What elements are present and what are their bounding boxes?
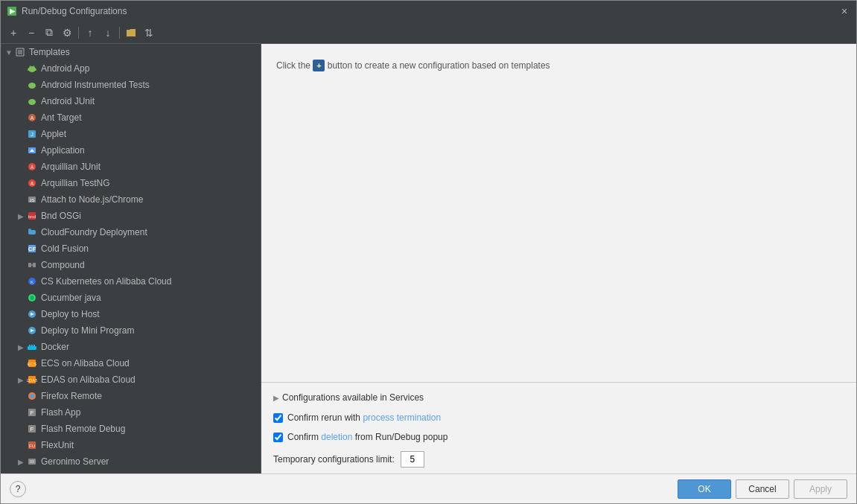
svg-text:A: A — [31, 165, 34, 170]
tree-item-cs-kubernetes[interactable]: K CS Kubernetes on Alibaba Cloud — [1, 273, 261, 290]
flexunit-icon: FU — [26, 439, 38, 451]
templates-label: Templates — [29, 47, 70, 57]
configurations-arrow-icon: ▶ — [273, 394, 279, 402]
confirm-deletion-row: Confirm deletion from Run/Debug popup — [273, 429, 844, 445]
android-junit-icon — [26, 95, 38, 107]
tree-item-arquillian-junit[interactable]: A Arquillian JUnit — [1, 159, 261, 175]
docker-expand-icon[interactable]: ▶ — [16, 343, 26, 351]
confirm-deletion-checkbox[interactable] — [273, 433, 283, 442]
arquillian-junit-icon: A — [26, 161, 38, 173]
tree-item-cucumber-java[interactable]: Cucumber java — [1, 290, 261, 306]
confirm-rerun-checkbox[interactable] — [273, 413, 283, 423]
svg-rect-33 — [28, 263, 31, 267]
flash-app-label: Flash App — [41, 407, 80, 418]
svg-rect-44 — [29, 345, 31, 346]
tree-item-deploy-mini-program[interactable]: Deploy to Mini Program — [1, 322, 261, 339]
apply-button[interactable]: Apply — [794, 479, 847, 499]
add-config-button[interactable]: + — [5, 25, 22, 41]
flash-remote-debug-icon: F — [26, 423, 38, 435]
move-up-button[interactable]: ↑ — [82, 25, 98, 41]
ecs-alibaba-icon: ECS — [26, 357, 38, 369]
svg-text:ECS: ECS — [28, 362, 36, 366]
tree-item-firefox-remote[interactable]: Firefox Remote — [1, 388, 261, 404]
bottom-section: ▶ Configurations available in Services C… — [261, 382, 856, 473]
android-instrumented-icon — [26, 79, 38, 91]
bnd-osgi-label: Bnd OSGi — [41, 211, 81, 221]
settings-button[interactable]: ⚙ — [59, 25, 75, 41]
cloudfoundry-label: CloudFoundry Deployment — [41, 227, 147, 237]
svg-text:CF: CF — [28, 246, 36, 252]
tree-item-arquillian-testng[interactable]: A Arquillian TestNG — [1, 175, 261, 191]
tree-item-application[interactable]: Application — [1, 142, 261, 159]
tree-item-cloudfoundry[interactable]: CloudFoundry Deployment — [1, 224, 261, 240]
ok-button[interactable]: OK — [678, 479, 731, 499]
move-down-button[interactable]: ↓ — [100, 25, 116, 41]
tree-root-templates[interactable]: ▼ Templates — [1, 44, 261, 60]
cold-fusion-icon: CF — [26, 243, 38, 255]
svg-rect-46 — [34, 345, 35, 346]
tree-item-applet[interactable]: J Applet — [1, 126, 261, 142]
tree-item-geronimo-server[interactable]: ▶ Geronimo Server — [1, 453, 261, 470]
confirm-rerun-label: Confirm rerun with process termination — [287, 412, 441, 423]
tree-item-bnd-osgi[interactable]: ▶ bnd Bnd OSGi — [1, 208, 261, 224]
deploy-mini-program-label: Deploy to Mini Program — [41, 325, 134, 336]
edas-alibaba-icon: EDAS — [26, 374, 38, 386]
dialog-toolbar: + − ⧉ ⚙ ↑ ↓ ⇅ — [1, 22, 856, 44]
cold-fusion-label: Cold Fusion — [41, 243, 89, 254]
tree-item-attach-nodejs[interactable]: JS Attach to Node.js/Chrome — [1, 191, 261, 208]
confirm-rerun-row: Confirm rerun with process termination — [273, 409, 844, 426]
folder-button[interactable] — [123, 25, 139, 41]
tree-item-android-junit[interactable]: Android JUnit — [1, 93, 261, 109]
svg-text:JS: JS — [29, 198, 34, 202]
compound-label: Compound — [41, 260, 85, 270]
cancel-button[interactable]: Cancel — [736, 479, 789, 499]
tree-item-edas-alibaba[interactable]: ▶ EDAS EDAS on Alibaba Cloud — [1, 371, 261, 388]
svg-text:▶: ▶ — [10, 7, 16, 15]
tree-item-android-app[interactable]: Android App — [1, 60, 261, 77]
geronimo-expand-icon[interactable]: ▶ — [16, 458, 26, 466]
tree-item-ecs-alibaba[interactable]: ECS ECS on Alibaba Cloud — [1, 355, 261, 371]
bnd-expand-icon[interactable]: ▶ — [16, 212, 26, 220]
svg-point-52 — [30, 394, 34, 398]
dialog-icon: ▶ — [7, 6, 17, 16]
docker-label: Docker — [41, 342, 69, 352]
temp-limit-row: Temporary configurations limit: — [273, 451, 844, 468]
edas-expand-icon[interactable]: ▶ — [16, 376, 26, 384]
tree-item-docker[interactable]: ▶ Docker — [1, 339, 261, 355]
help-button[interactable]: ? — [10, 481, 26, 497]
tree-item-cold-fusion[interactable]: CF Cold Fusion — [1, 240, 261, 257]
tree-item-flash-remote-debug[interactable]: F Flash Remote Debug — [1, 421, 261, 437]
applet-label: Applet — [41, 129, 66, 139]
compound-icon — [26, 259, 38, 271]
tree-item-compound[interactable]: Compound — [1, 257, 261, 273]
tree-item-flash-app[interactable]: F Flash App — [1, 404, 261, 421]
svg-rect-45 — [31, 345, 33, 346]
info-text: Click the + button to create a new confi… — [276, 59, 841, 73]
arquillian-junit-label: Arquillian JUnit — [41, 162, 101, 172]
attach-nodejs-label: Attach to Node.js/Chrome — [41, 194, 143, 205]
sort-button[interactable]: ⇅ — [141, 25, 157, 41]
svg-point-30 — [28, 229, 31, 232]
tree-item-deploy-to-host[interactable]: Deploy to Host — [1, 306, 261, 322]
tree-item-ant-target[interactable]: A Ant Target — [1, 109, 261, 126]
firefox-remote-icon — [26, 390, 38, 402]
android-instrumented-label: Android Instrumented Tests — [41, 80, 150, 90]
cloudfoundry-icon — [26, 226, 38, 238]
svg-rect-14 — [30, 100, 34, 103]
flash-remote-debug-label: Flash Remote Debug — [41, 424, 125, 434]
title-bar: ▶ Run/Debug Configurations × — [1, 1, 856, 22]
tree-item-android-instrumented[interactable]: Android Instrumented Tests — [1, 77, 261, 93]
config-tree: ▼ Templates — [1, 44, 261, 473]
arquillian-testng-label: Arquillian TestNG — [41, 178, 109, 188]
right-content: Click the + button to create a new confi… — [261, 44, 856, 382]
confirm-deletion-label: Confirm deletion from Run/Debug popup — [287, 432, 447, 442]
root-expand-icon: ▼ — [4, 48, 14, 57]
close-button[interactable]: × — [838, 5, 850, 17]
remove-config-button[interactable]: − — [23, 25, 39, 41]
temp-limit-input[interactable] — [401, 451, 424, 468]
run-debug-dialog: ▶ Run/Debug Configurations × + − ⧉ ⚙ ↑ ↓… — [0, 0, 857, 504]
copy-config-button[interactable]: ⧉ — [41, 25, 57, 41]
templates-icon — [14, 46, 26, 58]
tree-item-flexunit[interactable]: FU FlexUnit — [1, 437, 261, 453]
configurations-available-row[interactable]: ▶ Configurations available in Services — [273, 389, 844, 406]
